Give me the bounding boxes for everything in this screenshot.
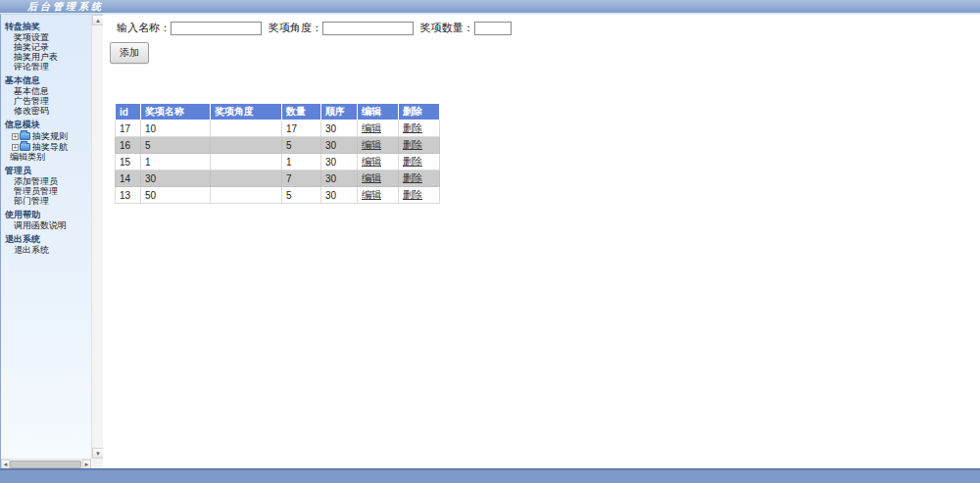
cell-angle [211, 154, 282, 170]
scrollbar-corner [91, 459, 103, 468]
quantity-input[interactable] [474, 22, 512, 35]
sidebar-section-info-module: 信息模块 + 抽奖规则 + 抽奖导航 编辑类别 [5, 120, 91, 162]
tree-expand-icon[interactable]: + [12, 133, 19, 140]
delete-link[interactable]: 删除 [403, 122, 422, 133]
tree-expand-icon[interactable]: + [12, 144, 19, 151]
scrollbar-thumb[interactable] [10, 460, 81, 468]
table-row: 17 10 17 30 编辑 删除 [116, 121, 440, 137]
table-row: 15 1 1 30 编辑 删除 [116, 154, 440, 170]
cell-order: 30 [321, 170, 358, 187]
sidebar-tree-item-lottery-rules[interactable]: + 抽奖规则 [5, 131, 91, 141]
table-row: 13 50 5 30 编辑 删除 [116, 187, 440, 204]
section-title: 管理员 [5, 166, 91, 176]
cell-name: 5 [141, 137, 211, 154]
cell-id: 17 [116, 121, 141, 137]
prize-form: 输入名称： 奖项角度： 奖项数量： [117, 21, 512, 35]
edit-link[interactable]: 编辑 [362, 139, 381, 150]
sidebar-item-edit-category[interactable]: 编辑类别 [5, 153, 91, 162]
section-title: 使用帮助 [5, 210, 91, 220]
delete-link[interactable]: 删除 [403, 189, 422, 200]
sidebar-item-department-management[interactable]: 部门管理 [5, 197, 91, 206]
add-button[interactable]: 添加 [110, 42, 149, 64]
cell-angle [211, 137, 282, 154]
footer-bar [0, 468, 980, 483]
cell-order: 30 [321, 154, 358, 170]
sidebar-menu: 转盘抽奖 奖项设置 抽奖记录 抽奖用户表 评论管理 基本信息 基本信息 广告管理… [1, 15, 91, 459]
cell-name: 50 [141, 187, 211, 204]
section-title: 信息模块 [5, 120, 91, 130]
column-header-edit: 编辑 [358, 104, 399, 121]
edit-link[interactable]: 编辑 [362, 172, 381, 183]
angle-input[interactable] [322, 22, 414, 35]
edit-link[interactable]: 编辑 [362, 189, 381, 200]
sidebar-section-help: 使用帮助 调用函数说明 [5, 210, 91, 230]
table-header-row: id 奖项名称 奖项角度 数量 顺序 编辑 删除 [116, 104, 440, 121]
column-header-qty: 数量 [282, 104, 321, 121]
sidebar-item-add-admin[interactable]: 添加管理员 [5, 177, 91, 186]
cell-angle [211, 187, 282, 204]
cell-order: 30 [321, 121, 358, 137]
delete-link[interactable]: 删除 [403, 172, 422, 183]
sidebar-tree-item-lottery-nav[interactable]: + 抽奖导航 [5, 142, 91, 152]
cell-order: 30 [321, 137, 358, 154]
quantity-label: 奖项数量： [420, 22, 474, 33]
column-header-order: 顺序 [321, 104, 358, 121]
cell-qty: 17 [282, 121, 321, 137]
section-title: 基本信息 [5, 75, 91, 86]
app-title: 后台管理系统 [0, 0, 104, 14]
column-header-angle: 奖项角度 [211, 104, 282, 121]
cell-id: 13 [116, 187, 141, 204]
cell-qty: 7 [282, 170, 321, 187]
sidebar-vertical-scrollbar[interactable]: ▲ ▼ [91, 15, 103, 459]
prize-table: id 奖项名称 奖项角度 数量 顺序 编辑 删除 17 10 17 30 编辑 … [115, 103, 440, 204]
sidebar-item-ad-management[interactable]: 广告管理 [5, 97, 91, 106]
sidebar-item-lottery-records[interactable]: 抽奖记录 [5, 43, 91, 52]
angle-label: 奖项角度： [269, 22, 322, 33]
sidebar-item-function-docs[interactable]: 调用函数说明 [5, 221, 91, 230]
sidebar-horizontal-scrollbar[interactable]: ◄ ► [1, 459, 91, 468]
cell-name: 30 [141, 170, 211, 187]
cell-order: 30 [321, 187, 358, 204]
table-row: 14 30 7 30 编辑 删除 [116, 170, 440, 187]
column-header-id: id [116, 104, 141, 121]
sidebar-section-exit: 退出系统 退出系统 [5, 234, 91, 255]
edit-link[interactable]: 编辑 [362, 122, 381, 133]
sidebar-item-change-password[interactable]: 修改密码 [5, 107, 91, 116]
table-row: 16 5 5 30 编辑 删除 [116, 137, 440, 154]
sidebar: 转盘抽奖 奖项设置 抽奖记录 抽奖用户表 评论管理 基本信息 基本信息 广告管理… [0, 14, 103, 468]
sidebar-item-prize-settings[interactable]: 奖项设置 [5, 33, 91, 42]
section-title: 退出系统 [5, 234, 91, 245]
cell-id: 15 [116, 154, 141, 170]
app-header-bar: 后台管理系统 [0, 0, 980, 14]
cell-id: 14 [116, 170, 141, 187]
sidebar-item-lottery-users[interactable]: 抽奖用户表 [5, 53, 91, 62]
sidebar-section-admin: 管理员 添加管理员 管理员管理 部门管理 [5, 166, 91, 206]
sidebar-section-basic-info: 基本信息 基本信息 广告管理 修改密码 [5, 75, 91, 116]
cell-id: 16 [116, 137, 141, 154]
folder-icon [20, 132, 30, 140]
section-title: 转盘抽奖 [5, 22, 91, 32]
cell-qty: 1 [282, 154, 321, 170]
name-input[interactable] [171, 22, 262, 35]
main-content: 输入名称： 奖项角度： 奖项数量： 添加 id 奖项名称 奖项角度 数量 顺序 … [103, 14, 980, 468]
sidebar-item-exit-system[interactable]: 退出系统 [5, 246, 91, 255]
sidebar-item-admin-management[interactable]: 管理员管理 [5, 187, 91, 196]
sidebar-section-wheel-lottery: 转盘抽奖 奖项设置 抽奖记录 抽奖用户表 评论管理 [5, 22, 91, 72]
folder-icon [20, 143, 30, 151]
column-header-name: 奖项名称 [141, 104, 211, 121]
delete-link[interactable]: 删除 [403, 156, 422, 167]
sidebar-item-basic-info[interactable]: 基本信息 [5, 87, 91, 96]
column-header-delete: 删除 [399, 104, 440, 121]
cell-angle [211, 121, 282, 137]
cell-name: 10 [141, 121, 211, 137]
delete-link[interactable]: 删除 [403, 139, 422, 150]
cell-name: 1 [141, 154, 211, 170]
edit-link[interactable]: 编辑 [362, 156, 381, 167]
sidebar-item-comment-management[interactable]: 评论管理 [5, 63, 91, 72]
cell-qty: 5 [282, 137, 321, 154]
cell-angle [211, 170, 282, 187]
name-label: 输入名称： [117, 22, 171, 33]
cell-qty: 5 [282, 187, 321, 204]
